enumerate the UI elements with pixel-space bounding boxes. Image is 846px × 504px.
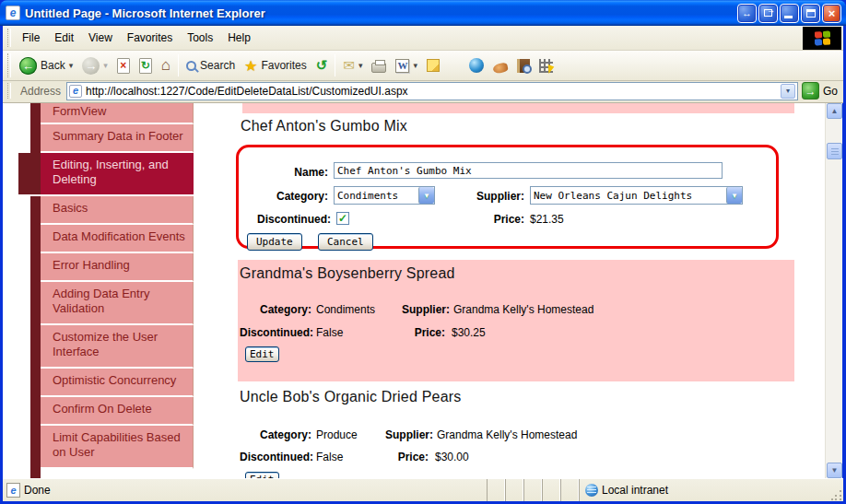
menu-bar: File Edit View Favorites Tools Help <box>3 26 843 51</box>
previous-item-footer-strip <box>242 103 794 113</box>
back-button[interactable]: ← Back ▾ <box>15 53 77 78</box>
sidebar-item-editing-inserting-deleting[interactable]: Editing, Inserting, and Deleting <box>18 153 194 196</box>
category-label: Category: <box>238 303 311 316</box>
sidebar-item-limit-capabilities[interactable]: Limit Capabilities Based on User <box>41 426 194 469</box>
security-zone-pane: Local intranet <box>579 479 828 501</box>
status-bar: e Done Local intranet <box>3 478 843 501</box>
product-title: Chef Anton's Gumbo Mix <box>241 118 407 135</box>
edit-button[interactable]: Edit <box>245 472 279 478</box>
quick-launch-button[interactable] <box>488 53 512 78</box>
messenger-button[interactable] <box>464 53 488 78</box>
price-value: $21.35 <box>530 213 564 226</box>
toolbar-separator <box>178 54 179 76</box>
toolbar-grip[interactable] <box>7 83 11 99</box>
toolbar-separator <box>335 54 335 76</box>
menu-help[interactable]: Help <box>220 29 258 47</box>
supplier-label: Supplier: <box>451 190 524 203</box>
sidebar-item-data-modification-events[interactable]: Data Modification Events <box>41 225 194 253</box>
maximize-button[interactable] <box>801 4 820 23</box>
intranet-globe-icon <box>585 484 598 497</box>
sidebar-item-adding-data-entry-validation[interactable]: Adding Data Entry Validation <box>41 282 194 325</box>
sidebar-item-customize-the-user-interface[interactable]: Customize the User Interface <box>41 325 194 369</box>
resize-grip[interactable] <box>830 488 843 501</box>
minimize-icon <box>784 16 793 18</box>
favorites-button[interactable]: ★ Favorites <box>240 53 311 78</box>
menu-tools[interactable]: Tools <box>180 29 220 47</box>
stop-button[interactable]: × <box>112 53 135 78</box>
scroll-up-button[interactable]: ▲ <box>827 103 842 119</box>
security-zone-text: Local intranet <box>602 484 668 497</box>
boot-icon <box>492 62 509 74</box>
window-switch-button[interactable]: ↔ <box>737 4 757 23</box>
sticky-note-icon <box>427 59 440 72</box>
scrollbar-thumb[interactable] <box>827 143 842 159</box>
word-dropdown-icon[interactable]: ▾ <box>413 61 417 70</box>
category-select-value: Condiments <box>335 190 418 202</box>
toolbar-grip[interactable] <box>7 29 11 48</box>
notes-button[interactable] <box>422 53 444 78</box>
history-button[interactable]: ↺ <box>311 53 333 78</box>
minimize-button[interactable] <box>780 4 799 23</box>
research-button[interactable] <box>512 53 535 78</box>
scroll-down-button[interactable]: ▼ <box>827 463 842 478</box>
print-button[interactable] <box>367 53 391 78</box>
refresh-button[interactable]: ↻ <box>135 53 157 78</box>
go-label: Go <box>823 85 840 98</box>
word-icon: W <box>395 59 409 73</box>
toolbar-grip[interactable] <box>7 53 11 77</box>
grid-bolt-icon <box>539 59 553 73</box>
vertical-scrollbar[interactable]: ▲ ▼ <box>825 103 842 478</box>
edit-button[interactable]: Edit <box>245 346 279 362</box>
popout-icon <box>764 9 772 17</box>
price-label: Price: <box>355 451 429 463</box>
menu-file[interactable]: File <box>15 29 47 47</box>
windows-logo <box>803 27 841 50</box>
name-input[interactable] <box>334 162 723 179</box>
discontinued-label: Discontinued: <box>238 326 313 339</box>
refresh-icon: ↻ <box>139 58 152 74</box>
select-arrow-icon[interactable]: ▾ <box>418 187 434 204</box>
sidebar-item-formview[interactable]: FormView <box>41 103 194 124</box>
update-button[interactable]: Update <box>247 233 302 251</box>
check-icon: ✓ <box>338 213 347 224</box>
forward-dropdown-icon[interactable]: ▾ <box>103 61 108 70</box>
menu-view[interactable]: View <box>81 29 120 47</box>
scroll-up-icon: ▲ <box>831 107 839 115</box>
windows-flag-icon <box>815 30 830 45</box>
status-pane <box>505 479 523 501</box>
home-icon: ⌂ <box>161 56 170 75</box>
discontinued-checkbox[interactable]: ✓ <box>336 212 349 225</box>
category-select[interactable]: Condiments ▾ <box>334 186 435 205</box>
price-label: Price: <box>371 326 445 339</box>
go-button[interactable]: → <box>802 82 819 100</box>
discontinued-value: False <box>316 451 343 463</box>
mail-button[interactable]: ✉ ▾ <box>338 53 367 78</box>
sidebar-item-summary-data-in-footer[interactable]: Summary Data in Footer <box>41 124 194 153</box>
cancel-button[interactable]: Cancel <box>318 233 373 251</box>
home-button[interactable]: ⌂ <box>157 53 175 78</box>
discontinued-label: Discontinued: <box>238 451 313 463</box>
edit-with-word-button[interactable]: W ▾ <box>391 53 422 78</box>
category-label: Category: <box>238 428 311 441</box>
title-bar[interactable]: e Untitled Page - Microsoft Internet Exp… <box>0 0 846 26</box>
status-ie-icon: e <box>6 483 20 498</box>
search-button[interactable]: Search <box>182 53 240 78</box>
status-pane <box>542 479 560 501</box>
forward-button[interactable]: → ▾ <box>77 53 112 78</box>
back-dropdown-icon[interactable]: ▾ <box>69 61 74 70</box>
window-title: Untitled Page - Microsoft Internet Explo… <box>25 6 735 20</box>
address-dropdown-icon[interactable]: ▾ <box>781 84 795 99</box>
sidebar-item-optimistic-concurrency[interactable]: Optimistic Concurrency <box>41 369 194 397</box>
select-arrow-icon[interactable]: ▾ <box>726 187 742 204</box>
mail-dropdown-icon[interactable]: ▾ <box>358 61 363 70</box>
sidebar-item-basics[interactable]: Basics <box>41 196 194 225</box>
snippet-tool-button[interactable] <box>535 53 558 78</box>
address-input[interactable] <box>86 85 778 98</box>
menu-edit[interactable]: Edit <box>47 29 81 47</box>
sidebar-item-error-handling[interactable]: Error Handling <box>41 253 194 282</box>
supplier-select[interactable]: New Orleans Cajun Delights ▾ <box>530 186 743 205</box>
window-popout-button[interactable] <box>758 4 778 23</box>
sidebar-item-confirm-on-delete[interactable]: Confirm On Delete <box>41 397 194 426</box>
close-button[interactable]: × <box>822 4 841 23</box>
menu-favorites[interactable]: Favorites <box>120 29 180 47</box>
